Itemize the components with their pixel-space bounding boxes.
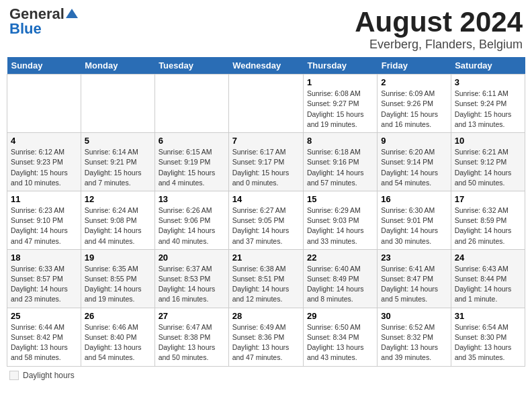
day-number: 21 bbox=[232, 253, 300, 263]
day-info: Sunrise: 6:20 AMSunset: 9:14 PMDaylight:… bbox=[381, 147, 447, 188]
calendar-week-row: 11Sunrise: 6:23 AMSunset: 9:10 PMDayligh… bbox=[7, 191, 525, 249]
calendar-cell: 1Sunrise: 6:08 AMSunset: 9:27 PMDaylight… bbox=[303, 75, 377, 133]
day-info: Sunrise: 6:12 AMSunset: 9:23 PMDaylight:… bbox=[11, 147, 77, 188]
day-info: Sunrise: 6:26 AMSunset: 9:06 PMDaylight:… bbox=[159, 205, 225, 246]
calendar-day-header: Tuesday bbox=[154, 57, 228, 75]
legend-text: Daylight hours bbox=[23, 371, 75, 380]
day-number: 8 bbox=[307, 136, 373, 146]
day-info: Sunrise: 6:47 AMSunset: 8:38 PMDaylight:… bbox=[159, 322, 225, 363]
legend-box bbox=[9, 371, 19, 380]
calendar-cell: 18Sunrise: 6:33 AMSunset: 8:57 PMDayligh… bbox=[7, 249, 81, 308]
calendar-cell: 9Sunrise: 6:20 AMSunset: 9:14 PMDaylight… bbox=[378, 133, 451, 191]
day-number: 28 bbox=[232, 311, 300, 321]
calendar-day-header: Monday bbox=[81, 57, 154, 75]
calendar-cell bbox=[154, 75, 228, 133]
page-header: General Blue August 2024 Everberg, Fland… bbox=[7, 7, 525, 52]
calendar-cell: 15Sunrise: 6:29 AMSunset: 9:03 PMDayligh… bbox=[303, 191, 377, 249]
logo-general-text: General bbox=[9, 7, 64, 21]
legend: Daylight hours bbox=[7, 371, 525, 380]
day-number: 17 bbox=[455, 194, 521, 204]
day-number: 18 bbox=[11, 253, 77, 263]
calendar-table: SundayMondayTuesdayWednesdayThursdayFrid… bbox=[7, 57, 525, 366]
day-number: 25 bbox=[11, 311, 77, 321]
calendar-day-header: Thursday bbox=[303, 57, 377, 75]
day-number: 5 bbox=[85, 136, 151, 146]
calendar-cell: 21Sunrise: 6:38 AMSunset: 8:51 PMDayligh… bbox=[228, 249, 303, 308]
day-info: Sunrise: 6:54 AMSunset: 8:30 PMDaylight:… bbox=[455, 322, 521, 363]
logo-triangle-icon bbox=[66, 7, 78, 21]
day-number: 3 bbox=[455, 77, 521, 87]
day-number: 6 bbox=[159, 136, 225, 146]
day-number: 20 bbox=[159, 253, 225, 263]
calendar-cell: 30Sunrise: 6:52 AMSunset: 8:32 PMDayligh… bbox=[378, 308, 451, 366]
calendar-cell: 5Sunrise: 6:14 AMSunset: 9:21 PMDaylight… bbox=[81, 133, 154, 191]
day-number: 16 bbox=[381, 194, 447, 204]
calendar-cell bbox=[228, 75, 303, 133]
day-info: Sunrise: 6:49 AMSunset: 8:36 PMDaylight:… bbox=[232, 322, 300, 363]
day-info: Sunrise: 6:29 AMSunset: 9:03 PMDaylight:… bbox=[307, 205, 373, 246]
calendar-cell: 4Sunrise: 6:12 AMSunset: 9:23 PMDaylight… bbox=[7, 133, 81, 191]
day-number: 7 bbox=[232, 136, 300, 146]
calendar-cell: 7Sunrise: 6:17 AMSunset: 9:17 PMDaylight… bbox=[228, 133, 303, 191]
day-number: 2 bbox=[381, 77, 447, 87]
logo: General Blue bbox=[9, 7, 78, 36]
calendar-cell: 29Sunrise: 6:50 AMSunset: 8:34 PMDayligh… bbox=[303, 308, 377, 366]
calendar-cell: 2Sunrise: 6:09 AMSunset: 9:26 PMDaylight… bbox=[378, 75, 451, 133]
day-number: 4 bbox=[11, 136, 77, 146]
calendar-cell: 19Sunrise: 6:35 AMSunset: 8:55 PMDayligh… bbox=[81, 249, 154, 308]
day-number: 14 bbox=[232, 194, 300, 204]
day-number: 26 bbox=[85, 311, 151, 321]
day-info: Sunrise: 6:37 AMSunset: 8:53 PMDaylight:… bbox=[159, 264, 225, 305]
day-info: Sunrise: 6:30 AMSunset: 9:01 PMDaylight:… bbox=[381, 205, 447, 246]
day-info: Sunrise: 6:09 AMSunset: 9:26 PMDaylight:… bbox=[381, 89, 447, 130]
day-info: Sunrise: 6:11 AMSunset: 9:24 PMDaylight:… bbox=[455, 89, 521, 130]
day-info: Sunrise: 6:44 AMSunset: 8:42 PMDaylight:… bbox=[11, 322, 77, 363]
calendar-cell bbox=[81, 75, 154, 133]
day-number: 1 bbox=[307, 77, 373, 87]
svg-marker-0 bbox=[66, 9, 78, 18]
day-info: Sunrise: 6:17 AMSunset: 9:17 PMDaylight:… bbox=[232, 147, 300, 188]
calendar-cell: 28Sunrise: 6:49 AMSunset: 8:36 PMDayligh… bbox=[228, 308, 303, 366]
calendar-cell: 31Sunrise: 6:54 AMSunset: 8:30 PMDayligh… bbox=[451, 308, 525, 366]
calendar-cell: 13Sunrise: 6:26 AMSunset: 9:06 PMDayligh… bbox=[154, 191, 228, 249]
calendar-cell: 14Sunrise: 6:27 AMSunset: 9:05 PMDayligh… bbox=[228, 191, 303, 249]
calendar-cell: 6Sunrise: 6:15 AMSunset: 9:19 PMDaylight… bbox=[154, 133, 228, 191]
day-number: 22 bbox=[307, 253, 373, 263]
day-info: Sunrise: 6:32 AMSunset: 8:59 PMDaylight:… bbox=[455, 205, 521, 246]
calendar-cell: 24Sunrise: 6:43 AMSunset: 8:44 PMDayligh… bbox=[451, 249, 525, 308]
location-subtitle: Everberg, Flanders, Belgium bbox=[355, 38, 523, 52]
day-info: Sunrise: 6:18 AMSunset: 9:16 PMDaylight:… bbox=[307, 147, 373, 188]
calendar-cell: 22Sunrise: 6:40 AMSunset: 8:49 PMDayligh… bbox=[303, 249, 377, 308]
calendar-cell: 23Sunrise: 6:41 AMSunset: 8:47 PMDayligh… bbox=[378, 249, 451, 308]
day-number: 9 bbox=[381, 136, 447, 146]
day-number: 23 bbox=[381, 253, 447, 263]
day-info: Sunrise: 6:52 AMSunset: 8:32 PMDaylight:… bbox=[381, 322, 447, 363]
calendar-header-row: SundayMondayTuesdayWednesdayThursdayFrid… bbox=[7, 57, 525, 75]
day-number: 13 bbox=[159, 194, 225, 204]
day-number: 15 bbox=[307, 194, 373, 204]
day-info: Sunrise: 6:40 AMSunset: 8:49 PMDaylight:… bbox=[307, 264, 373, 305]
day-info: Sunrise: 6:24 AMSunset: 9:08 PMDaylight:… bbox=[85, 205, 151, 246]
logo-blue-text: Blue bbox=[9, 21, 42, 36]
calendar-day-header: Sunday bbox=[7, 57, 81, 75]
calendar-day-header: Friday bbox=[378, 57, 451, 75]
calendar-cell: 11Sunrise: 6:23 AMSunset: 9:10 PMDayligh… bbox=[7, 191, 81, 249]
page-title: August 2024 bbox=[355, 7, 523, 38]
day-info: Sunrise: 6:27 AMSunset: 9:05 PMDaylight:… bbox=[232, 205, 300, 246]
calendar-cell: 8Sunrise: 6:18 AMSunset: 9:16 PMDaylight… bbox=[303, 133, 377, 191]
calendar-week-row: 18Sunrise: 6:33 AMSunset: 8:57 PMDayligh… bbox=[7, 249, 525, 308]
calendar-day-header: Wednesday bbox=[228, 57, 303, 75]
day-info: Sunrise: 6:21 AMSunset: 9:12 PMDaylight:… bbox=[455, 147, 521, 188]
calendar-week-row: 4Sunrise: 6:12 AMSunset: 9:23 PMDaylight… bbox=[7, 133, 525, 191]
day-number: 12 bbox=[85, 194, 151, 204]
day-info: Sunrise: 6:23 AMSunset: 9:10 PMDaylight:… bbox=[11, 205, 77, 246]
day-info: Sunrise: 6:50 AMSunset: 8:34 PMDaylight:… bbox=[307, 322, 373, 363]
day-number: 19 bbox=[85, 253, 151, 263]
day-info: Sunrise: 6:35 AMSunset: 8:55 PMDaylight:… bbox=[85, 264, 151, 305]
calendar-cell: 3Sunrise: 6:11 AMSunset: 9:24 PMDaylight… bbox=[451, 75, 525, 133]
calendar-week-row: 1Sunrise: 6:08 AMSunset: 9:27 PMDaylight… bbox=[7, 75, 525, 133]
calendar-cell: 20Sunrise: 6:37 AMSunset: 8:53 PMDayligh… bbox=[154, 249, 228, 308]
title-block: August 2024 Everberg, Flanders, Belgium bbox=[355, 7, 523, 52]
calendar-cell: 25Sunrise: 6:44 AMSunset: 8:42 PMDayligh… bbox=[7, 308, 81, 366]
day-number: 10 bbox=[455, 136, 521, 146]
